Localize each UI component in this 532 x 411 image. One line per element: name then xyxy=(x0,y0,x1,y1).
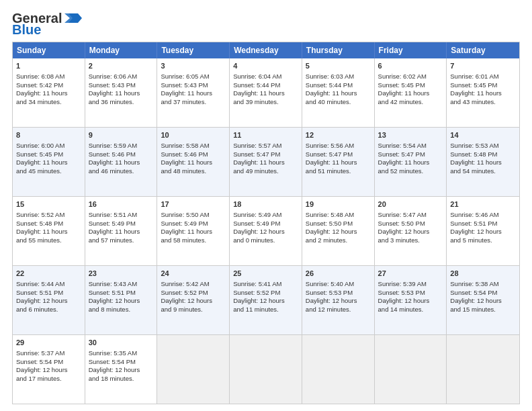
day-info: Sunrise: 5:56 AM Sunset: 5:47 PM Dayligh… xyxy=(306,142,357,175)
day-info: Sunrise: 5:47 AM Sunset: 5:50 PM Dayligh… xyxy=(378,211,430,244)
day-info: Sunrise: 6:02 AM Sunset: 5:45 PM Dayligh… xyxy=(378,73,430,105)
day-number: 4 xyxy=(233,61,298,71)
day-number: 9 xyxy=(89,130,154,140)
day-info: Sunrise: 5:39 AM Sunset: 5:53 PM Dayligh… xyxy=(378,280,430,313)
day-number: 21 xyxy=(450,199,516,210)
day-cell-7: 7Sunrise: 6:01 AM Sunset: 5:45 PM Daylig… xyxy=(447,58,519,127)
day-info: Sunrise: 5:41 AM Sunset: 5:52 PM Dayligh… xyxy=(233,280,285,313)
day-cell-3: 3Sunrise: 6:05 AM Sunset: 5:43 PM Daylig… xyxy=(157,58,230,127)
day-number: 25 xyxy=(233,269,298,279)
header-cell-sunday: Sunday xyxy=(13,42,85,58)
day-cell-25: 25Sunrise: 5:41 AM Sunset: 5:52 PM Dayli… xyxy=(230,266,302,334)
calendar-body: 1Sunrise: 6:08 AM Sunset: 5:42 PM Daylig… xyxy=(13,58,519,404)
day-number: 19 xyxy=(306,199,371,210)
day-cell-23: 23Sunrise: 5:43 AM Sunset: 5:51 PM Dayli… xyxy=(85,266,158,334)
day-number: 28 xyxy=(450,269,516,279)
day-info: Sunrise: 6:01 AM Sunset: 5:45 PM Dayligh… xyxy=(450,73,502,105)
day-number: 18 xyxy=(233,199,298,210)
day-info: Sunrise: 5:54 AM Sunset: 5:47 PM Dayligh… xyxy=(378,142,430,175)
day-info: Sunrise: 6:08 AM Sunset: 5:42 PM Dayligh… xyxy=(16,73,68,105)
calendar-header: SundayMondayTuesdayWednesdayThursdayFrid… xyxy=(13,42,519,58)
day-info: Sunrise: 5:57 AM Sunset: 5:47 PM Dayligh… xyxy=(233,142,285,175)
day-info: Sunrise: 5:50 AM Sunset: 5:49 PM Dayligh… xyxy=(161,211,212,244)
day-number: 20 xyxy=(378,199,443,210)
day-cell-2: 2Sunrise: 6:06 AM Sunset: 5:43 PM Daylig… xyxy=(85,58,158,127)
day-number: 5 xyxy=(306,61,371,71)
day-number: 1 xyxy=(16,61,81,71)
day-info: Sunrise: 5:52 AM Sunset: 5:48 PM Dayligh… xyxy=(16,211,68,244)
day-cell-15: 15Sunrise: 5:52 AM Sunset: 5:48 PM Dayli… xyxy=(13,197,85,265)
day-number: 14 xyxy=(450,130,516,140)
day-info: Sunrise: 6:05 AM Sunset: 5:43 PM Dayligh… xyxy=(161,73,212,105)
calendar-week-3: 15Sunrise: 5:52 AM Sunset: 5:48 PM Dayli… xyxy=(13,196,519,265)
header-cell-monday: Monday xyxy=(85,42,158,58)
day-cell-16: 16Sunrise: 5:51 AM Sunset: 5:49 PM Dayli… xyxy=(85,197,158,265)
day-number: 17 xyxy=(161,199,226,210)
day-cell-8: 8Sunrise: 6:00 AM Sunset: 5:45 PM Daylig… xyxy=(13,128,85,196)
day-number: 7 xyxy=(450,61,516,71)
day-number: 23 xyxy=(89,269,154,279)
day-cell-12: 12Sunrise: 5:56 AM Sunset: 5:47 PM Dayli… xyxy=(302,128,375,196)
day-cell-10: 10Sunrise: 5:58 AM Sunset: 5:46 PM Dayli… xyxy=(157,128,230,196)
day-info: Sunrise: 5:49 AM Sunset: 5:49 PM Dayligh… xyxy=(233,211,285,244)
day-number: 30 xyxy=(89,338,154,348)
header-cell-tuesday: Tuesday xyxy=(157,42,230,58)
day-number: 22 xyxy=(16,269,81,279)
empty-cell xyxy=(375,335,447,404)
day-number: 27 xyxy=(378,269,443,279)
calendar-week-5: 29Sunrise: 5:37 AM Sunset: 5:54 PM Dayli… xyxy=(13,334,519,404)
logo-blue: Blue xyxy=(12,23,82,36)
day-number: 29 xyxy=(16,338,81,348)
empty-cell xyxy=(447,335,519,404)
day-info: Sunrise: 5:53 AM Sunset: 5:48 PM Dayligh… xyxy=(450,142,502,175)
empty-cell xyxy=(157,335,230,404)
day-number: 16 xyxy=(89,199,154,210)
day-info: Sunrise: 5:37 AM Sunset: 5:54 PM Dayligh… xyxy=(16,349,68,382)
empty-cell xyxy=(230,335,302,404)
day-cell-24: 24Sunrise: 5:42 AM Sunset: 5:52 PM Dayli… xyxy=(157,266,230,334)
day-info: Sunrise: 5:42 AM Sunset: 5:52 PM Dayligh… xyxy=(161,280,212,313)
empty-cell xyxy=(302,335,375,404)
calendar-week-2: 8Sunrise: 6:00 AM Sunset: 5:45 PM Daylig… xyxy=(13,127,519,196)
day-info: Sunrise: 5:43 AM Sunset: 5:51 PM Dayligh… xyxy=(89,280,140,313)
day-cell-14: 14Sunrise: 5:53 AM Sunset: 5:48 PM Dayli… xyxy=(447,128,519,196)
day-info: Sunrise: 5:38 AM Sunset: 5:54 PM Dayligh… xyxy=(450,280,502,313)
day-info: Sunrise: 6:04 AM Sunset: 5:44 PM Dayligh… xyxy=(233,73,285,105)
day-info: Sunrise: 5:35 AM Sunset: 5:54 PM Dayligh… xyxy=(89,349,140,382)
day-number: 3 xyxy=(161,61,226,71)
day-cell-9: 9Sunrise: 5:59 AM Sunset: 5:46 PM Daylig… xyxy=(85,128,158,196)
day-number: 15 xyxy=(16,199,81,210)
day-info: Sunrise: 5:51 AM Sunset: 5:49 PM Dayligh… xyxy=(89,211,140,244)
day-cell-1: 1Sunrise: 6:08 AM Sunset: 5:42 PM Daylig… xyxy=(13,58,85,127)
header-cell-friday: Friday xyxy=(375,42,447,58)
header-cell-wednesday: Wednesday xyxy=(230,42,302,58)
day-cell-29: 29Sunrise: 5:37 AM Sunset: 5:54 PM Dayli… xyxy=(13,335,85,404)
calendar-week-4: 22Sunrise: 5:44 AM Sunset: 5:51 PM Dayli… xyxy=(13,265,519,334)
day-number: 26 xyxy=(306,269,371,279)
day-cell-13: 13Sunrise: 5:54 AM Sunset: 5:47 PM Dayli… xyxy=(375,128,447,196)
day-cell-30: 30Sunrise: 5:35 AM Sunset: 5:54 PM Dayli… xyxy=(85,335,158,404)
day-cell-20: 20Sunrise: 5:47 AM Sunset: 5:50 PM Dayli… xyxy=(375,197,447,265)
day-info: Sunrise: 6:03 AM Sunset: 5:44 PM Dayligh… xyxy=(306,73,357,105)
logo: General Blue xyxy=(12,11,82,36)
day-cell-5: 5Sunrise: 6:03 AM Sunset: 5:44 PM Daylig… xyxy=(302,58,375,127)
calendar-week-1: 1Sunrise: 6:08 AM Sunset: 5:42 PM Daylig… xyxy=(13,58,519,127)
day-cell-6: 6Sunrise: 6:02 AM Sunset: 5:45 PM Daylig… xyxy=(375,58,447,127)
header-cell-saturday: Saturday xyxy=(447,42,519,58)
header-cell-thursday: Thursday xyxy=(302,42,375,58)
day-number: 12 xyxy=(306,130,371,140)
day-info: Sunrise: 5:40 AM Sunset: 5:53 PM Dayligh… xyxy=(306,280,357,313)
day-info: Sunrise: 6:06 AM Sunset: 5:43 PM Dayligh… xyxy=(89,73,140,105)
day-info: Sunrise: 5:59 AM Sunset: 5:46 PM Dayligh… xyxy=(89,142,140,175)
day-info: Sunrise: 5:44 AM Sunset: 5:51 PM Dayligh… xyxy=(16,280,68,313)
day-cell-22: 22Sunrise: 5:44 AM Sunset: 5:51 PM Dayli… xyxy=(13,266,85,334)
day-cell-4: 4Sunrise: 6:04 AM Sunset: 5:44 PM Daylig… xyxy=(230,58,302,127)
calendar: SundayMondayTuesdayWednesdayThursdayFrid… xyxy=(12,42,520,404)
day-number: 10 xyxy=(161,130,226,140)
day-cell-17: 17Sunrise: 5:50 AM Sunset: 5:49 PM Dayli… xyxy=(157,197,230,265)
day-cell-26: 26Sunrise: 5:40 AM Sunset: 5:53 PM Dayli… xyxy=(302,266,375,334)
day-cell-27: 27Sunrise: 5:39 AM Sunset: 5:53 PM Dayli… xyxy=(375,266,447,334)
day-number: 13 xyxy=(378,130,443,140)
day-number: 2 xyxy=(89,61,154,71)
day-number: 8 xyxy=(16,130,81,140)
